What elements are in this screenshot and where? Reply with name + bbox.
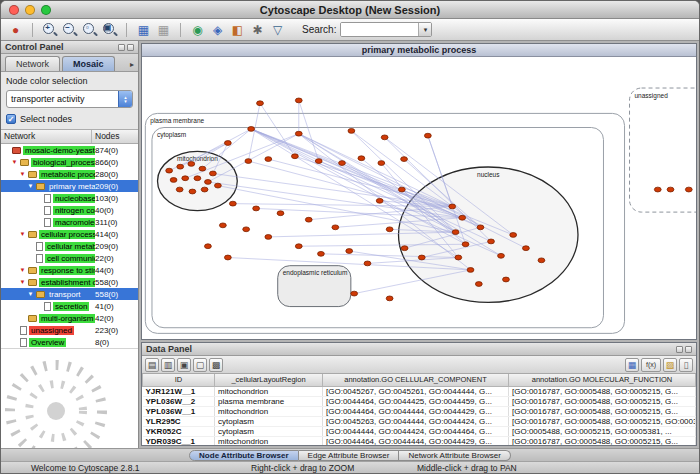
float-panel-icon[interactable] xyxy=(118,44,125,51)
network-node[interactable] xyxy=(188,161,195,166)
tab-overflow-icon[interactable]: ▸ xyxy=(130,60,136,71)
network-node[interactable] xyxy=(305,217,312,222)
equation-builder-icon[interactable]: f(x) xyxy=(641,358,661,372)
tree-row[interactable]: secretion41(0) xyxy=(1,300,138,312)
folder-icon[interactable]: ▨ xyxy=(663,358,677,372)
new-network-icon[interactable]: ◉ xyxy=(189,21,206,38)
column-header[interactable]: _cellularLayoutRegion xyxy=(215,374,323,386)
network-node[interactable] xyxy=(243,227,250,232)
network-node[interactable] xyxy=(224,141,231,146)
network-node[interactable] xyxy=(667,187,674,192)
zoom-selected-icon[interactable]: ▫ xyxy=(81,21,98,38)
cytoscape-icon[interactable]: ● xyxy=(7,21,24,38)
network-node[interactable] xyxy=(346,249,353,254)
network-node[interactable] xyxy=(257,101,264,106)
table-row[interactable]: YDR039C__1mitochondrion[GO:0044464, GO:0… xyxy=(143,436,696,445)
tab-network[interactable]: Network xyxy=(5,56,60,71)
network-node[interactable] xyxy=(224,255,231,260)
tree-row[interactable]: ▼biological_process866(0) xyxy=(1,156,138,168)
table-row[interactable]: YKR052Ccytoplasm[GO:0044444, GO:0044424,… xyxy=(143,426,696,436)
tree-row[interactable]: cellular metabo209(0) xyxy=(1,240,138,252)
tree-row[interactable]: ▼metabolic process280(0) xyxy=(1,168,138,180)
select-attributes-icon[interactable]: ▤ xyxy=(145,358,159,372)
network-node[interactable] xyxy=(229,201,236,206)
tree-row[interactable]: multi-organism pro42(0) xyxy=(1,312,138,324)
network-node[interactable] xyxy=(265,235,272,240)
table-row[interactable]: YPL036W__2plasma membrane[GO:0044464, GO… xyxy=(143,396,696,406)
network-canvas[interactable]: plasma membranecytoplasmunassignedmitoch… xyxy=(142,57,696,339)
column-header[interactable]: annotation.GO CELLULAR_COMPONENT xyxy=(323,374,509,386)
trash-icon[interactable]: ▯ xyxy=(679,358,693,372)
network-node[interactable] xyxy=(459,215,466,220)
network-node[interactable] xyxy=(277,211,284,216)
dropdown-arrows-icon[interactable]: ▴ ▾ xyxy=(118,91,132,107)
network-edge[interactable] xyxy=(213,173,452,206)
network-node[interactable] xyxy=(201,187,208,192)
expand-arrow-icon[interactable]: ▼ xyxy=(27,291,34,297)
network-node[interactable] xyxy=(418,255,425,260)
network-node[interactable] xyxy=(348,128,355,133)
network-node[interactable] xyxy=(398,187,405,192)
import-network-icon[interactable]: ◈ xyxy=(209,21,226,38)
network-node[interactable] xyxy=(401,157,408,162)
network-node[interactable] xyxy=(498,253,505,258)
network-node[interactable] xyxy=(339,161,346,166)
select-nodes-checkbox[interactable]: ✓ xyxy=(6,114,16,124)
network-node[interactable] xyxy=(253,206,260,211)
network-node[interactable] xyxy=(455,255,462,260)
column-header[interactable]: ID xyxy=(143,374,215,386)
network-node[interactable] xyxy=(214,183,221,188)
float-panel-icon[interactable] xyxy=(676,346,683,353)
tree-row[interactable]: nitrogen compo40(0) xyxy=(1,204,138,216)
network-node[interactable] xyxy=(467,268,474,273)
tree-col-network[interactable]: Network xyxy=(1,130,92,143)
network-node[interactable] xyxy=(205,244,212,249)
network-node[interactable] xyxy=(685,187,692,192)
network-node[interactable] xyxy=(318,251,325,256)
network-node[interactable] xyxy=(378,161,385,166)
tree-row[interactable]: ▼response to stimul44(0) xyxy=(1,264,138,276)
expand-arrow-icon[interactable]: ▼ xyxy=(19,267,26,273)
network-node[interactable] xyxy=(332,225,339,230)
tab-network-attribute-browser[interactable]: Network Attribute Browser xyxy=(399,450,510,461)
table-row[interactable]: YPL036W__1mitochondrion[GO:0044464, GO:0… xyxy=(143,406,696,416)
attribute-dropdown[interactable]: transporter activity ▴ ▾ xyxy=(6,90,133,108)
expand-arrow-icon[interactable]: ▼ xyxy=(19,279,26,285)
tree-row[interactable]: ▼establishment of lo558(0) xyxy=(1,276,138,288)
network-node[interactable] xyxy=(452,230,459,235)
network-node[interactable] xyxy=(462,242,469,247)
hide-selected-icon[interactable]: ▦ xyxy=(155,21,172,38)
network-node[interactable] xyxy=(381,135,388,140)
tree-row[interactable]: Overview8(0) xyxy=(1,336,138,348)
network-node[interactable] xyxy=(205,180,212,185)
network-node[interactable] xyxy=(292,154,299,159)
search-dropdown-icon[interactable]: ▾ xyxy=(418,23,431,36)
network-edge[interactable] xyxy=(260,103,295,156)
network-node[interactable] xyxy=(358,156,365,161)
network-node[interactable] xyxy=(477,225,484,230)
network-node[interactable] xyxy=(245,159,252,164)
search-combo[interactable]: ▾ xyxy=(340,22,432,37)
select-nodes-row[interactable]: ✓ Select nodes xyxy=(6,114,133,124)
network-node[interactable] xyxy=(424,133,431,138)
vizmapper-icon[interactable]: ◧ xyxy=(229,21,246,38)
tree-row[interactable]: ▼cellular process414(0) xyxy=(1,228,138,240)
import-attributes-icon[interactable]: ▩ xyxy=(209,358,223,372)
tree-row[interactable]: mosaic-demo-yeast874(0) xyxy=(1,144,138,156)
close-panel-icon[interactable] xyxy=(127,44,134,51)
unselect-attributes-icon[interactable]: ▥ xyxy=(161,358,175,372)
delete-attribute-icon[interactable]: ▢ xyxy=(193,358,207,372)
column-header[interactable]: annotation.GO MOLECULAR_FUNCTION xyxy=(509,374,696,386)
network-node[interactable] xyxy=(503,277,510,282)
zoom-out-icon[interactable]: − xyxy=(61,21,78,38)
tree-row[interactable]: cell communica22(0) xyxy=(1,252,138,264)
layout-icon[interactable]: ▽ xyxy=(269,21,286,38)
network-node[interactable] xyxy=(315,159,322,164)
network-node[interactable] xyxy=(265,157,272,162)
network-node[interactable] xyxy=(177,164,184,169)
network-node[interactable] xyxy=(295,98,302,103)
zoom-fit-icon[interactable]: ▣ xyxy=(101,21,118,38)
expand-arrow-icon[interactable]: ▼ xyxy=(19,171,26,177)
network-node[interactable] xyxy=(248,127,255,132)
table-row[interactable]: YJR121W__1mitochondrion[GO:0045267, GO:0… xyxy=(143,386,696,396)
